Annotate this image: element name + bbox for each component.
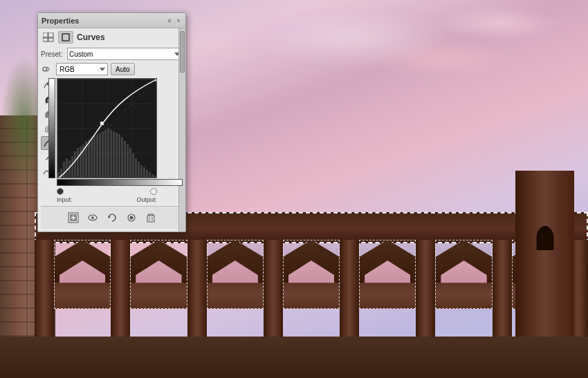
arch-arch-6 [435, 240, 492, 283]
channel-icon[interactable] [41, 63, 53, 75]
svg-rect-34 [107, 129, 109, 178]
svg-rect-22 [74, 151, 76, 178]
auto-button[interactable]: Auto [111, 63, 135, 75]
tab-row: Curves [41, 31, 183, 44]
svg-rect-36 [113, 131, 115, 178]
svg-rect-19 [66, 158, 68, 178]
svg-rect-5 [63, 35, 68, 40]
svg-rect-2 [43, 38, 48, 41]
output-label: Output: [136, 196, 157, 203]
arch-arch-1 [54, 240, 111, 283]
svg-rect-47 [143, 167, 145, 178]
arch-row [35, 240, 588, 347]
svg-rect-48 [146, 170, 148, 178]
tools-and-graph: Input: Output: [41, 78, 183, 203]
svg-point-65 [129, 216, 133, 220]
svg-rect-51 [154, 176, 157, 178]
svg-rect-32 [102, 131, 104, 178]
svg-rect-46 [140, 165, 143, 178]
tower-window [536, 226, 553, 250]
arch-pier-3 [187, 240, 207, 347]
svg-rect-20 [68, 160, 71, 178]
svg-rect-50 [151, 174, 154, 178]
svg-rect-35 [110, 130, 112, 178]
svg-rect-53 [57, 178, 60, 178]
dark-point-slider[interactable] [57, 188, 64, 195]
panel-content: Curves Preset: Custom Default Strong Con… [38, 28, 185, 231]
arch-arch-3 [207, 240, 264, 283]
svg-rect-28 [91, 138, 93, 178]
svg-rect-49 [149, 172, 151, 178]
preset-select[interactable]: Custom Default Strong Contrast Linear Co… [67, 48, 183, 60]
svg-rect-39 [121, 138, 123, 178]
svg-rect-31 [99, 133, 101, 178]
arch-span-2 [130, 240, 187, 309]
svg-marker-63 [109, 216, 111, 218]
arch-fill-3 [207, 279, 264, 309]
svg-rect-54 [156, 79, 157, 82]
svg-rect-24 [80, 147, 82, 178]
vertical-gradient [48, 78, 55, 178]
arch-fill-2 [130, 279, 187, 309]
svg-rect-21 [71, 156, 73, 178]
arch-arch-2 [130, 240, 187, 283]
panel-title: Properties [42, 17, 79, 25]
visibility-button[interactable] [85, 210, 100, 225]
arch-span-1 [54, 240, 111, 309]
bottom-toolbar [41, 206, 183, 229]
svg-rect-29 [93, 135, 95, 178]
arch-span-5 [359, 240, 416, 309]
preset-row: Preset: Custom Default Strong Contrast L… [41, 48, 183, 60]
svg-rect-41 [127, 144, 129, 178]
io-labels: Input: Output: [57, 196, 157, 203]
ground [0, 337, 588, 378]
panel-collapse-btn[interactable]: ≡ [166, 17, 173, 24]
svg-rect-30 [96, 134, 98, 178]
arch-span-3 [207, 240, 264, 309]
view-button[interactable] [124, 210, 139, 225]
add-mask-button[interactable] [66, 210, 81, 225]
curves-graph[interactable] [57, 78, 157, 178]
arch-span-4 [283, 240, 340, 309]
arch-pier [35, 240, 54, 347]
arch-fill-6 [435, 279, 492, 309]
svg-rect-23 [77, 148, 79, 178]
slider-row [57, 187, 157, 195]
svg-rect-45 [138, 162, 140, 178]
delete-button[interactable] [143, 210, 158, 225]
light-point-slider[interactable] [150, 188, 157, 195]
adjustment-layers-tab[interactable] [41, 31, 56, 44]
properties-tab[interactable] [58, 31, 73, 44]
panel-close-btn[interactable]: × [175, 17, 182, 24]
svg-rect-44 [135, 158, 137, 178]
svg-rect-0 [43, 32, 48, 37]
curves-svg [57, 79, 157, 178]
panel-title-controls: ≡ × [166, 17, 182, 24]
svg-rect-18 [63, 162, 65, 178]
arch-arch-5 [359, 240, 416, 283]
svg-rect-3 [48, 38, 53, 41]
panel-titlebar: Properties ≡ × [38, 13, 185, 28]
channel-select[interactable]: RGB Red Green Blue [56, 63, 108, 75]
svg-rect-37 [116, 133, 118, 178]
preset-label: Preset: [41, 50, 67, 58]
graph-area: Input: Output: [57, 78, 183, 203]
arch-pier-7 [493, 240, 512, 347]
svg-rect-66 [147, 216, 154, 222]
reset-button[interactable] [104, 210, 120, 225]
arch-pier-6 [416, 240, 435, 347]
input-label: Input: [57, 196, 73, 203]
svg-rect-40 [124, 141, 126, 178]
arch-fill-5 [359, 279, 416, 309]
scrollbar-thumb[interactable] [180, 31, 185, 73]
svg-rect-52 [100, 122, 104, 125]
channel-row: RGB Red Green Blue Auto [41, 63, 183, 75]
svg-rect-33 [104, 130, 107, 178]
horizontal-gradient [57, 179, 183, 186]
arch-fill-1 [54, 279, 111, 309]
svg-rect-1 [48, 32, 53, 37]
arch-pier-5 [340, 240, 359, 347]
arch-span-6 [435, 240, 492, 309]
arch-pier-2 [111, 240, 130, 347]
svg-rect-42 [129, 148, 131, 178]
